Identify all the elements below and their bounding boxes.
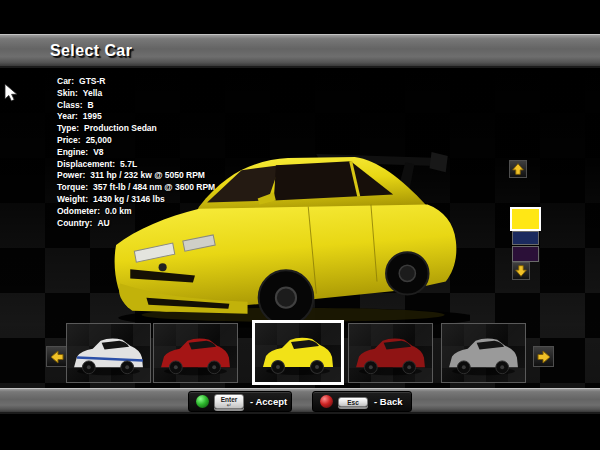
left-arrow-icon <box>48 348 66 366</box>
thumbnail-car-5[interactable] <box>441 323 526 383</box>
thumbnail-car-3-image <box>255 325 341 381</box>
thumbnail-car-5-image <box>442 326 525 381</box>
accept-label: - Accept <box>250 396 287 407</box>
carousel-right-button[interactable] <box>533 346 554 367</box>
spec-price: Price:25,000 <box>57 135 215 147</box>
thumbnail-car-3-selected[interactable] <box>252 320 344 385</box>
mouse-cursor-icon <box>4 84 22 102</box>
select-car-screen: Select Car Car:GTS-R Skin:Yella Class:B … <box>0 0 600 450</box>
skin-down-button[interactable] <box>512 262 530 280</box>
page-title: Select Car <box>50 42 132 60</box>
skin-up-button[interactable] <box>509 160 527 178</box>
accept-green-indicator-icon <box>196 395 209 408</box>
up-arrow-icon <box>510 160 526 178</box>
carousel-left-button[interactable] <box>46 346 67 367</box>
spec-year: Year:1995 <box>57 111 215 123</box>
footer-bar: Enter ↵ - Accept Esc - Back <box>0 388 600 414</box>
enter-key-icon: Enter ↵ <box>214 394 244 409</box>
accept-button[interactable]: Enter ↵ - Accept <box>188 391 292 412</box>
spec-class: Class:B <box>57 100 215 112</box>
back-button[interactable]: Esc - Back <box>312 391 412 412</box>
esc-key-icon: Esc <box>338 397 368 407</box>
thumbnail-car-4-image <box>349 326 432 381</box>
skin-swatch-blue[interactable] <box>512 231 539 245</box>
thumbnail-car-4[interactable] <box>348 323 433 383</box>
right-arrow-icon <box>535 348 553 366</box>
thumbnail-car-1-image <box>67 326 150 381</box>
back-red-indicator-icon <box>320 395 333 408</box>
thumbnail-car-1[interactable] <box>66 323 151 383</box>
back-label: - Back <box>374 396 403 407</box>
thumbnail-car-2-image <box>154 326 237 381</box>
enter-return-glyph-icon: ↵ <box>220 403 238 408</box>
spec-skin: Skin:Yella <box>57 88 215 100</box>
skin-swatch-purple[interactable] <box>512 246 539 262</box>
title-bar: Select Car <box>0 34 600 68</box>
spec-type: Type:Production Sedan <box>57 123 215 135</box>
thumbnail-car-2[interactable] <box>153 323 238 383</box>
down-arrow-icon <box>513 262 529 280</box>
car-preview-image <box>106 148 470 330</box>
spec-car: Car:GTS-R <box>57 76 215 88</box>
skin-swatch-yellow-selected[interactable] <box>510 207 541 231</box>
